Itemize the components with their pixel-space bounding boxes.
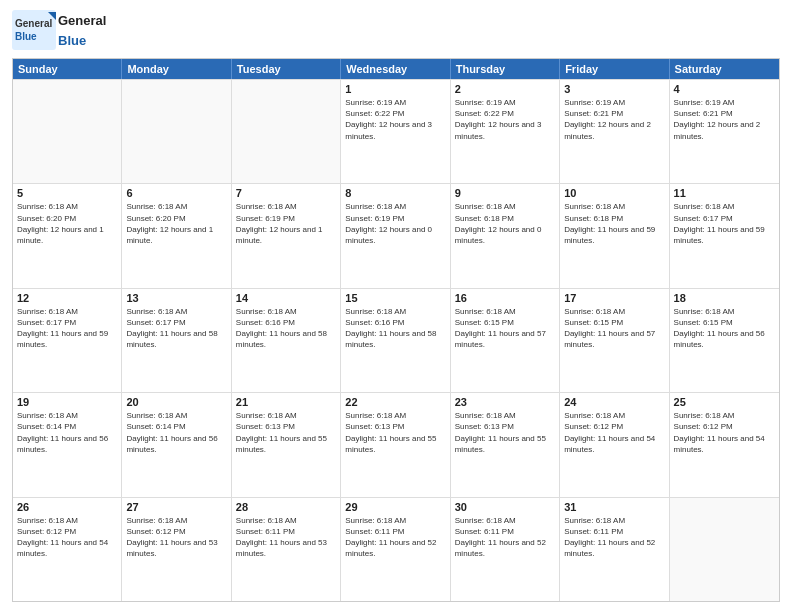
cell-day-number: 6 xyxy=(126,187,226,199)
cell-info: Sunrise: 6:18 AM Sunset: 6:19 PM Dayligh… xyxy=(345,201,445,246)
cal-cell-9: 9Sunrise: 6:18 AM Sunset: 6:18 PM Daylig… xyxy=(451,184,560,287)
cell-info: Sunrise: 6:18 AM Sunset: 6:16 PM Dayligh… xyxy=(236,306,336,351)
cal-cell-14: 14Sunrise: 6:18 AM Sunset: 6:16 PM Dayli… xyxy=(232,289,341,392)
cell-info: Sunrise: 6:19 AM Sunset: 6:22 PM Dayligh… xyxy=(345,97,445,142)
cal-cell-25: 25Sunrise: 6:18 AM Sunset: 6:12 PM Dayli… xyxy=(670,393,779,496)
cell-info: Sunrise: 6:18 AM Sunset: 6:15 PM Dayligh… xyxy=(455,306,555,351)
logo-text: GeneralBlue xyxy=(58,10,106,50)
cal-cell-16: 16Sunrise: 6:18 AM Sunset: 6:15 PM Dayli… xyxy=(451,289,560,392)
cal-row-1: 5Sunrise: 6:18 AM Sunset: 6:20 PM Daylig… xyxy=(13,183,779,287)
cell-day-number: 25 xyxy=(674,396,775,408)
cell-day-number: 31 xyxy=(564,501,664,513)
cell-day-number: 22 xyxy=(345,396,445,408)
cal-row-2: 12Sunrise: 6:18 AM Sunset: 6:17 PM Dayli… xyxy=(13,288,779,392)
cell-info: Sunrise: 6:18 AM Sunset: 6:12 PM Dayligh… xyxy=(674,410,775,455)
cell-day-number: 27 xyxy=(126,501,226,513)
cell-info: Sunrise: 6:18 AM Sunset: 6:17 PM Dayligh… xyxy=(126,306,226,351)
day-header-sunday: Sunday xyxy=(13,59,122,79)
cal-cell-18: 18Sunrise: 6:18 AM Sunset: 6:15 PM Dayli… xyxy=(670,289,779,392)
cell-info: Sunrise: 6:18 AM Sunset: 6:17 PM Dayligh… xyxy=(674,201,775,246)
day-header-friday: Friday xyxy=(560,59,669,79)
day-header-wednesday: Wednesday xyxy=(341,59,450,79)
cell-day-number: 16 xyxy=(455,292,555,304)
cal-cell-7: 7Sunrise: 6:18 AM Sunset: 6:19 PM Daylig… xyxy=(232,184,341,287)
cell-day-number: 3 xyxy=(564,83,664,95)
cell-day-number: 4 xyxy=(674,83,775,95)
cal-row-0: 1Sunrise: 6:19 AM Sunset: 6:22 PM Daylig… xyxy=(13,79,779,183)
cal-cell-22: 22Sunrise: 6:18 AM Sunset: 6:13 PM Dayli… xyxy=(341,393,450,496)
cell-day-number: 8 xyxy=(345,187,445,199)
cell-info: Sunrise: 6:18 AM Sunset: 6:12 PM Dayligh… xyxy=(564,410,664,455)
cal-cell-31: 31Sunrise: 6:18 AM Sunset: 6:11 PM Dayli… xyxy=(560,498,669,601)
cell-day-number: 23 xyxy=(455,396,555,408)
cell-info: Sunrise: 6:18 AM Sunset: 6:11 PM Dayligh… xyxy=(455,515,555,560)
cal-cell-29: 29Sunrise: 6:18 AM Sunset: 6:11 PM Dayli… xyxy=(341,498,450,601)
day-header-monday: Monday xyxy=(122,59,231,79)
cal-cell-10: 10Sunrise: 6:18 AM Sunset: 6:18 PM Dayli… xyxy=(560,184,669,287)
cal-cell-2: 2Sunrise: 6:19 AM Sunset: 6:22 PM Daylig… xyxy=(451,80,560,183)
calendar: SundayMondayTuesdayWednesdayThursdayFrid… xyxy=(12,58,780,602)
cal-cell-12: 12Sunrise: 6:18 AM Sunset: 6:17 PM Dayli… xyxy=(13,289,122,392)
cell-info: Sunrise: 6:19 AM Sunset: 6:22 PM Dayligh… xyxy=(455,97,555,142)
cal-cell-empty-0-2 xyxy=(232,80,341,183)
cell-info: Sunrise: 6:18 AM Sunset: 6:12 PM Dayligh… xyxy=(17,515,117,560)
cell-info: Sunrise: 6:18 AM Sunset: 6:12 PM Dayligh… xyxy=(126,515,226,560)
cell-info: Sunrise: 6:19 AM Sunset: 6:21 PM Dayligh… xyxy=(674,97,775,142)
cell-info: Sunrise: 6:18 AM Sunset: 6:18 PM Dayligh… xyxy=(455,201,555,246)
logo-icon: General Blue xyxy=(12,10,56,50)
cell-info: Sunrise: 6:18 AM Sunset: 6:13 PM Dayligh… xyxy=(455,410,555,455)
cal-cell-8: 8Sunrise: 6:18 AM Sunset: 6:19 PM Daylig… xyxy=(341,184,450,287)
cell-day-number: 15 xyxy=(345,292,445,304)
cal-cell-4: 4Sunrise: 6:19 AM Sunset: 6:21 PM Daylig… xyxy=(670,80,779,183)
cell-info: Sunrise: 6:18 AM Sunset: 6:13 PM Dayligh… xyxy=(236,410,336,455)
cal-cell-28: 28Sunrise: 6:18 AM Sunset: 6:11 PM Dayli… xyxy=(232,498,341,601)
cell-info: Sunrise: 6:18 AM Sunset: 6:17 PM Dayligh… xyxy=(17,306,117,351)
cal-cell-11: 11Sunrise: 6:18 AM Sunset: 6:17 PM Dayli… xyxy=(670,184,779,287)
cell-day-number: 26 xyxy=(17,501,117,513)
svg-rect-0 xyxy=(12,10,56,50)
cal-cell-5: 5Sunrise: 6:18 AM Sunset: 6:20 PM Daylig… xyxy=(13,184,122,287)
cell-day-number: 14 xyxy=(236,292,336,304)
cell-day-number: 9 xyxy=(455,187,555,199)
cal-cell-23: 23Sunrise: 6:18 AM Sunset: 6:13 PM Dayli… xyxy=(451,393,560,496)
cal-cell-empty-4-6 xyxy=(670,498,779,601)
cal-cell-empty-0-0 xyxy=(13,80,122,183)
header: General Blue GeneralBlue xyxy=(12,10,780,50)
cal-cell-27: 27Sunrise: 6:18 AM Sunset: 6:12 PM Dayli… xyxy=(122,498,231,601)
cal-cell-6: 6Sunrise: 6:18 AM Sunset: 6:20 PM Daylig… xyxy=(122,184,231,287)
cal-cell-30: 30Sunrise: 6:18 AM Sunset: 6:11 PM Dayli… xyxy=(451,498,560,601)
cell-info: Sunrise: 6:18 AM Sunset: 6:14 PM Dayligh… xyxy=(126,410,226,455)
cell-info: Sunrise: 6:18 AM Sunset: 6:19 PM Dayligh… xyxy=(236,201,336,246)
cal-cell-13: 13Sunrise: 6:18 AM Sunset: 6:17 PM Dayli… xyxy=(122,289,231,392)
calendar-body: 1Sunrise: 6:19 AM Sunset: 6:22 PM Daylig… xyxy=(13,79,779,601)
cell-day-number: 13 xyxy=(126,292,226,304)
cal-cell-15: 15Sunrise: 6:18 AM Sunset: 6:16 PM Dayli… xyxy=(341,289,450,392)
cell-info: Sunrise: 6:18 AM Sunset: 6:20 PM Dayligh… xyxy=(17,201,117,246)
cell-day-number: 24 xyxy=(564,396,664,408)
cal-cell-19: 19Sunrise: 6:18 AM Sunset: 6:14 PM Dayli… xyxy=(13,393,122,496)
cell-day-number: 20 xyxy=(126,396,226,408)
cal-cell-empty-0-1 xyxy=(122,80,231,183)
page: General Blue GeneralBlue SundayMondayTue… xyxy=(0,0,792,612)
cell-day-number: 30 xyxy=(455,501,555,513)
cell-info: Sunrise: 6:18 AM Sunset: 6:15 PM Dayligh… xyxy=(674,306,775,351)
cell-day-number: 28 xyxy=(236,501,336,513)
cell-day-number: 17 xyxy=(564,292,664,304)
cell-day-number: 19 xyxy=(17,396,117,408)
cell-day-number: 29 xyxy=(345,501,445,513)
day-header-thursday: Thursday xyxy=(451,59,560,79)
cell-info: Sunrise: 6:18 AM Sunset: 6:11 PM Dayligh… xyxy=(236,515,336,560)
cell-day-number: 10 xyxy=(564,187,664,199)
svg-text:General: General xyxy=(15,18,52,29)
cell-info: Sunrise: 6:18 AM Sunset: 6:16 PM Dayligh… xyxy=(345,306,445,351)
logo: General Blue GeneralBlue xyxy=(12,10,106,50)
cal-cell-26: 26Sunrise: 6:18 AM Sunset: 6:12 PM Dayli… xyxy=(13,498,122,601)
cal-cell-3: 3Sunrise: 6:19 AM Sunset: 6:21 PM Daylig… xyxy=(560,80,669,183)
cal-cell-24: 24Sunrise: 6:18 AM Sunset: 6:12 PM Dayli… xyxy=(560,393,669,496)
svg-text:Blue: Blue xyxy=(15,31,37,42)
cell-info: Sunrise: 6:18 AM Sunset: 6:20 PM Dayligh… xyxy=(126,201,226,246)
cell-info: Sunrise: 6:18 AM Sunset: 6:18 PM Dayligh… xyxy=(564,201,664,246)
cell-day-number: 21 xyxy=(236,396,336,408)
cal-cell-17: 17Sunrise: 6:18 AM Sunset: 6:15 PM Dayli… xyxy=(560,289,669,392)
cell-day-number: 5 xyxy=(17,187,117,199)
